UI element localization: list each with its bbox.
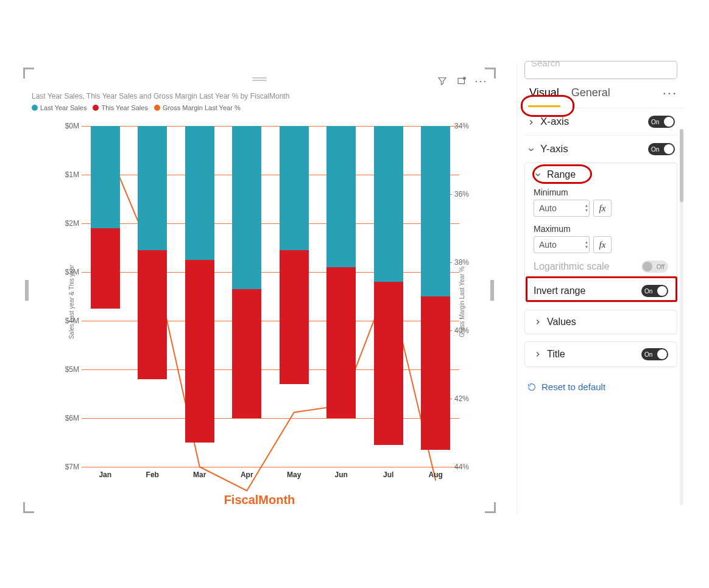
maximum-label: Maximum	[534, 224, 668, 234]
pane-scrollbar[interactable]	[680, 129, 683, 505]
bar-this-year[interactable]	[374, 282, 403, 445]
x-axis-title: FiscalMonth	[27, 493, 492, 507]
chart-plot-area: JanFebMarAprMayJunJulAug	[82, 126, 459, 467]
x-tick: Jul	[383, 467, 393, 479]
resize-handle-right[interactable]	[490, 280, 494, 301]
bar-this-year[interactable]	[232, 289, 261, 418]
tab-visual[interactable]: Visual	[524, 84, 564, 102]
xaxis-toggle[interactable]: On	[648, 116, 675, 128]
yaxis-section-header[interactable]: Y-axis On	[524, 135, 677, 163]
format-tabs: Visual General ···	[517, 84, 685, 108]
log-scale-label: Logarithmic scale	[534, 261, 610, 272]
maximum-input[interactable]: Auto ▴▾	[534, 236, 590, 253]
chevron-down-icon	[527, 145, 535, 153]
x-tick: Feb	[146, 467, 159, 479]
y-axis-left: $0M$1M$2M$3M$4M$5M$6M$7M	[52, 126, 82, 467]
chart-visual-card[interactable]: ··· Last Year Sales, This Year Sales and…	[27, 71, 492, 509]
title-toggle[interactable]: On	[641, 348, 668, 360]
chart-legend: Last Year Sales This Year Sales Gross Ma…	[27, 100, 492, 113]
format-pane: Search Visual General ··· X-axis On Y-ax…	[517, 63, 685, 514]
chevron-right-icon	[534, 318, 542, 326]
chevron-down-icon	[534, 170, 542, 179]
minimum-label: Minimum	[534, 187, 668, 197]
bar-last-year[interactable]	[138, 126, 167, 250]
x-tick: Jun	[335, 467, 348, 479]
minimum-fx-button[interactable]: fx	[593, 200, 612, 217]
tab-more-icon[interactable]: ···	[663, 85, 677, 101]
stepper-down-icon[interactable]: ▾	[585, 245, 588, 250]
x-tick: Aug	[429, 467, 443, 479]
drag-grip-icon[interactable]	[252, 77, 267, 81]
chevron-right-icon	[527, 117, 535, 126]
bar-last-year[interactable]	[232, 126, 261, 289]
tab-general[interactable]: General	[566, 84, 615, 102]
reset-to-default-button[interactable]: Reset to default	[517, 374, 685, 399]
title-card: Title On	[524, 341, 677, 367]
chevron-right-icon	[534, 350, 542, 359]
bar-last-year[interactable]	[326, 126, 356, 267]
yaxis-toggle[interactable]: On	[648, 143, 675, 155]
x-tick: May	[287, 467, 301, 479]
xaxis-section-header[interactable]: X-axis On	[524, 108, 677, 135]
log-scale-toggle: Off	[641, 261, 668, 273]
bar-this-year[interactable]	[326, 267, 356, 418]
y-tick: $4M	[65, 317, 79, 325]
search-input[interactable]: Search	[524, 61, 677, 79]
bar-last-year[interactable]	[185, 126, 214, 260]
bar-this-year[interactable]	[185, 260, 214, 443]
y-tick: $2M	[65, 219, 79, 228]
invert-range-toggle[interactable]: On	[641, 285, 668, 297]
bar-this-year[interactable]	[138, 250, 167, 379]
y-tick: $0M	[65, 122, 79, 130]
bar-last-year[interactable]	[280, 126, 309, 250]
values-card: Values	[524, 310, 677, 334]
y-tick: $1M	[65, 170, 79, 179]
bar-last-year[interactable]	[91, 126, 120, 228]
title-header[interactable]: Title On	[525, 342, 677, 366]
y-tick: $6M	[65, 414, 79, 422]
invert-range-label: Invert range	[534, 285, 585, 296]
filter-icon[interactable]	[436, 75, 448, 87]
x-tick: Apr	[241, 467, 253, 479]
values-header[interactable]: Values	[525, 310, 677, 334]
y-tick: $7M	[65, 463, 79, 471]
maximum-fx-button[interactable]: fx	[593, 236, 612, 253]
more-options-icon[interactable]: ···	[475, 75, 487, 87]
bar-this-year[interactable]	[280, 250, 309, 384]
focus-mode-icon[interactable]	[456, 75, 468, 87]
bar-this-year[interactable]	[421, 296, 450, 450]
bar-last-year[interactable]	[421, 126, 450, 296]
reset-icon	[527, 382, 537, 392]
stepper-down-icon[interactable]: ▾	[585, 208, 588, 213]
range-header[interactable]: Range	[525, 163, 677, 186]
minimum-input[interactable]: Auto ▴▾	[534, 200, 590, 217]
chart-title: Last Year Sales, This Year Sales and Gro…	[27, 91, 492, 100]
y-tick: $5M	[65, 365, 79, 374]
resize-handle-left[interactable]	[25, 280, 29, 301]
x-tick: Jan	[99, 467, 111, 479]
y-tick: $3M	[65, 268, 79, 276]
x-tick: Mar	[193, 467, 206, 479]
bar-this-year[interactable]	[91, 228, 120, 309]
bar-last-year[interactable]	[374, 126, 403, 282]
yaxis-range-card: Range Minimum Auto ▴▾ fx Maximum Auto ▴▾…	[524, 163, 677, 303]
